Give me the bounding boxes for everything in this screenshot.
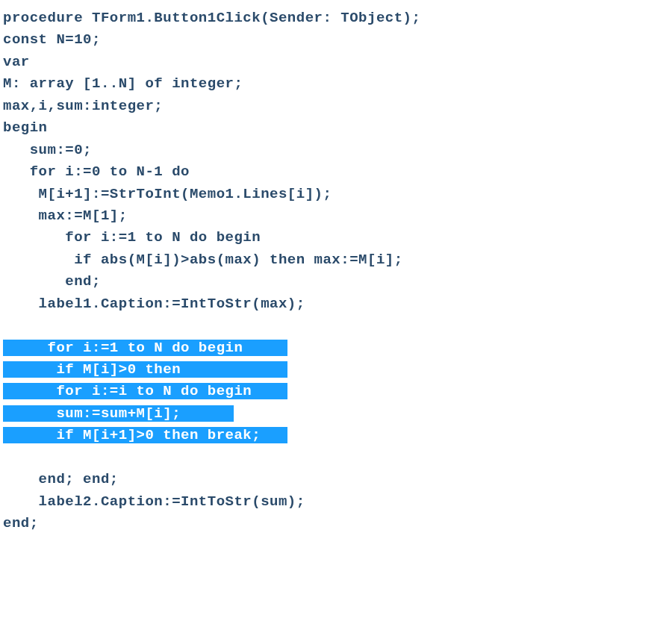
code-line: end; — [3, 513, 672, 534]
code-line: for i:=1 to N do begin — [3, 227, 672, 249]
code-line: M[i+1]:=StrToInt(Memo1.Lines[i]); — [3, 184, 672, 205]
code-line: var — [3, 52, 672, 73]
code-line-selected: for i:=1 to N do begin — [3, 337, 672, 359]
blank-line — [3, 315, 672, 337]
code-line: max,i,sum:integer; — [3, 96, 672, 117]
code-line-selected: sum:=sum+M[i]; — [3, 403, 672, 425]
code-line: end; — [3, 271, 672, 293]
code-line: label1.Caption:=IntToStr(max); — [3, 293, 672, 315]
code-line-selected: if M[i+1]>0 then break; — [3, 425, 672, 446]
code-line: end; end; — [3, 469, 672, 490]
code-line: begin — [3, 117, 672, 139]
code-line-selected: if M[i]>0 then — [3, 359, 672, 381]
code-line: sum:=0; — [3, 140, 672, 161]
code-line: if abs(M[i])>abs(max) then max:=M[i]; — [3, 249, 672, 271]
code-line: procedure TForm1.Button1Click(Sender: TO… — [3, 7, 672, 29]
code-line-selected: for i:=i to N do begin — [3, 381, 672, 402]
code-block: procedure TForm1.Button1Click(Sender: TO… — [3, 7, 672, 535]
blank-line — [3, 447, 672, 469]
code-line: for i:=0 to N-1 do — [3, 161, 672, 183]
code-line: max:=M[1]; — [3, 205, 672, 227]
code-line: const N=10; — [3, 29, 672, 51]
code-line: label2.Caption:=IntToStr(sum); — [3, 491, 672, 513]
code-line: M: array [1..N] of integer; — [3, 73, 672, 95]
